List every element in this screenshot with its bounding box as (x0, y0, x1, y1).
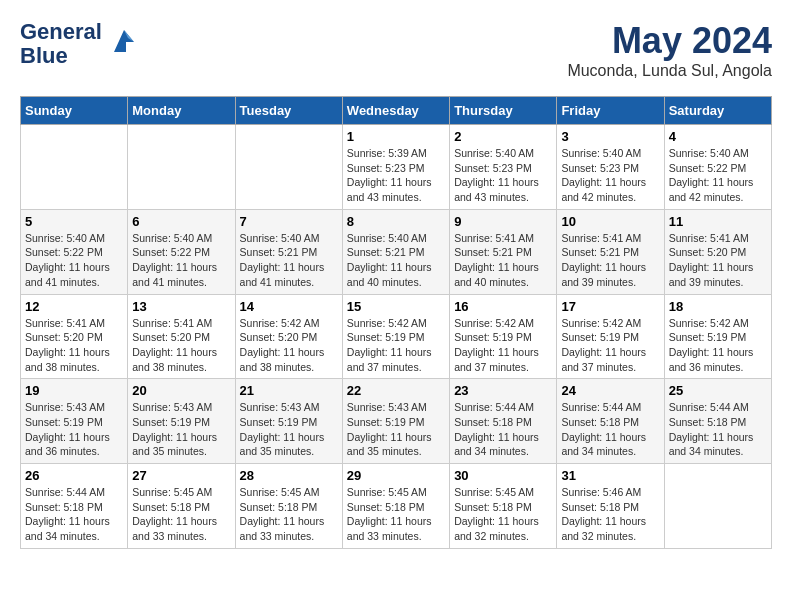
day-number: 23 (454, 383, 552, 398)
day-info: Sunrise: 5:42 AMSunset: 5:19 PMDaylight:… (454, 316, 552, 375)
day-info: Sunrise: 5:40 AMSunset: 5:22 PMDaylight:… (669, 146, 767, 205)
day-info: Sunrise: 5:41 AMSunset: 5:20 PMDaylight:… (669, 231, 767, 290)
weekday-header-sunday: Sunday (21, 97, 128, 125)
calendar-cell (128, 125, 235, 210)
calendar-cell: 23Sunrise: 5:44 AMSunset: 5:18 PMDayligh… (450, 379, 557, 464)
day-number: 20 (132, 383, 230, 398)
day-info: Sunrise: 5:42 AMSunset: 5:19 PMDaylight:… (347, 316, 445, 375)
title-block: May 2024 Muconda, Lunda Sul, Angola (567, 20, 772, 80)
day-number: 6 (132, 214, 230, 229)
calendar-week-3: 12Sunrise: 5:41 AMSunset: 5:20 PMDayligh… (21, 294, 772, 379)
day-info: Sunrise: 5:45 AMSunset: 5:18 PMDaylight:… (347, 485, 445, 544)
day-number: 13 (132, 299, 230, 314)
day-number: 29 (347, 468, 445, 483)
day-info: Sunrise: 5:44 AMSunset: 5:18 PMDaylight:… (25, 485, 123, 544)
day-info: Sunrise: 5:43 AMSunset: 5:19 PMDaylight:… (240, 400, 338, 459)
calendar-cell: 2Sunrise: 5:40 AMSunset: 5:23 PMDaylight… (450, 125, 557, 210)
calendar-cell: 21Sunrise: 5:43 AMSunset: 5:19 PMDayligh… (235, 379, 342, 464)
logo-icon (106, 24, 142, 60)
calendar-cell: 10Sunrise: 5:41 AMSunset: 5:21 PMDayligh… (557, 209, 664, 294)
weekday-header-wednesday: Wednesday (342, 97, 449, 125)
calendar-cell: 20Sunrise: 5:43 AMSunset: 5:19 PMDayligh… (128, 379, 235, 464)
calendar-cell: 28Sunrise: 5:45 AMSunset: 5:18 PMDayligh… (235, 464, 342, 549)
day-number: 12 (25, 299, 123, 314)
page-header: GeneralBlue May 2024 Muconda, Lunda Sul,… (20, 20, 772, 80)
day-info: Sunrise: 5:44 AMSunset: 5:18 PMDaylight:… (561, 400, 659, 459)
day-number: 27 (132, 468, 230, 483)
logo: GeneralBlue (20, 20, 142, 68)
calendar-cell: 8Sunrise: 5:40 AMSunset: 5:21 PMDaylight… (342, 209, 449, 294)
calendar-cell: 18Sunrise: 5:42 AMSunset: 5:19 PMDayligh… (664, 294, 771, 379)
weekday-header-monday: Monday (128, 97, 235, 125)
day-info: Sunrise: 5:40 AMSunset: 5:23 PMDaylight:… (454, 146, 552, 205)
day-number: 19 (25, 383, 123, 398)
calendar-cell: 24Sunrise: 5:44 AMSunset: 5:18 PMDayligh… (557, 379, 664, 464)
day-number: 30 (454, 468, 552, 483)
day-info: Sunrise: 5:40 AMSunset: 5:22 PMDaylight:… (132, 231, 230, 290)
day-info: Sunrise: 5:45 AMSunset: 5:18 PMDaylight:… (454, 485, 552, 544)
day-info: Sunrise: 5:40 AMSunset: 5:21 PMDaylight:… (347, 231, 445, 290)
day-number: 8 (347, 214, 445, 229)
day-number: 21 (240, 383, 338, 398)
day-info: Sunrise: 5:46 AMSunset: 5:18 PMDaylight:… (561, 485, 659, 544)
day-info: Sunrise: 5:43 AMSunset: 5:19 PMDaylight:… (25, 400, 123, 459)
calendar-cell: 13Sunrise: 5:41 AMSunset: 5:20 PMDayligh… (128, 294, 235, 379)
calendar-cell: 30Sunrise: 5:45 AMSunset: 5:18 PMDayligh… (450, 464, 557, 549)
calendar-cell: 25Sunrise: 5:44 AMSunset: 5:18 PMDayligh… (664, 379, 771, 464)
day-number: 4 (669, 129, 767, 144)
day-number: 7 (240, 214, 338, 229)
day-number: 10 (561, 214, 659, 229)
day-number: 24 (561, 383, 659, 398)
day-info: Sunrise: 5:42 AMSunset: 5:19 PMDaylight:… (561, 316, 659, 375)
day-number: 18 (669, 299, 767, 314)
calendar-cell: 22Sunrise: 5:43 AMSunset: 5:19 PMDayligh… (342, 379, 449, 464)
day-number: 1 (347, 129, 445, 144)
calendar-cell: 12Sunrise: 5:41 AMSunset: 5:20 PMDayligh… (21, 294, 128, 379)
svg-marker-0 (114, 30, 134, 52)
weekday-header-friday: Friday (557, 97, 664, 125)
day-number: 11 (669, 214, 767, 229)
day-info: Sunrise: 5:44 AMSunset: 5:18 PMDaylight:… (669, 400, 767, 459)
calendar-cell: 6Sunrise: 5:40 AMSunset: 5:22 PMDaylight… (128, 209, 235, 294)
day-info: Sunrise: 5:43 AMSunset: 5:19 PMDaylight:… (347, 400, 445, 459)
day-info: Sunrise: 5:40 AMSunset: 5:23 PMDaylight:… (561, 146, 659, 205)
day-info: Sunrise: 5:42 AMSunset: 5:19 PMDaylight:… (669, 316, 767, 375)
day-number: 17 (561, 299, 659, 314)
calendar-week-5: 26Sunrise: 5:44 AMSunset: 5:18 PMDayligh… (21, 464, 772, 549)
day-number: 15 (347, 299, 445, 314)
weekday-header-thursday: Thursday (450, 97, 557, 125)
day-number: 3 (561, 129, 659, 144)
day-info: Sunrise: 5:45 AMSunset: 5:18 PMDaylight:… (132, 485, 230, 544)
calendar-cell: 19Sunrise: 5:43 AMSunset: 5:19 PMDayligh… (21, 379, 128, 464)
calendar-cell: 31Sunrise: 5:46 AMSunset: 5:18 PMDayligh… (557, 464, 664, 549)
day-number: 22 (347, 383, 445, 398)
calendar-cell (21, 125, 128, 210)
day-info: Sunrise: 5:40 AMSunset: 5:21 PMDaylight:… (240, 231, 338, 290)
calendar-cell: 11Sunrise: 5:41 AMSunset: 5:20 PMDayligh… (664, 209, 771, 294)
calendar-cell: 5Sunrise: 5:40 AMSunset: 5:22 PMDaylight… (21, 209, 128, 294)
calendar-cell: 27Sunrise: 5:45 AMSunset: 5:18 PMDayligh… (128, 464, 235, 549)
calendar-body: 1Sunrise: 5:39 AMSunset: 5:23 PMDaylight… (21, 125, 772, 549)
day-number: 31 (561, 468, 659, 483)
day-number: 16 (454, 299, 552, 314)
calendar-cell: 7Sunrise: 5:40 AMSunset: 5:21 PMDaylight… (235, 209, 342, 294)
calendar-cell: 9Sunrise: 5:41 AMSunset: 5:21 PMDaylight… (450, 209, 557, 294)
calendar-cell: 4Sunrise: 5:40 AMSunset: 5:22 PMDaylight… (664, 125, 771, 210)
calendar-week-1: 1Sunrise: 5:39 AMSunset: 5:23 PMDaylight… (21, 125, 772, 210)
calendar-week-4: 19Sunrise: 5:43 AMSunset: 5:19 PMDayligh… (21, 379, 772, 464)
day-number: 28 (240, 468, 338, 483)
weekday-header-tuesday: Tuesday (235, 97, 342, 125)
calendar-cell (664, 464, 771, 549)
day-number: 14 (240, 299, 338, 314)
day-info: Sunrise: 5:43 AMSunset: 5:19 PMDaylight:… (132, 400, 230, 459)
calendar-cell: 17Sunrise: 5:42 AMSunset: 5:19 PMDayligh… (557, 294, 664, 379)
logo-text: GeneralBlue (20, 20, 102, 68)
calendar-cell: 3Sunrise: 5:40 AMSunset: 5:23 PMDaylight… (557, 125, 664, 210)
calendar-cell: 29Sunrise: 5:45 AMSunset: 5:18 PMDayligh… (342, 464, 449, 549)
calendar-cell (235, 125, 342, 210)
calendar-cell: 14Sunrise: 5:42 AMSunset: 5:20 PMDayligh… (235, 294, 342, 379)
day-number: 9 (454, 214, 552, 229)
calendar-week-2: 5Sunrise: 5:40 AMSunset: 5:22 PMDaylight… (21, 209, 772, 294)
calendar-cell: 15Sunrise: 5:42 AMSunset: 5:19 PMDayligh… (342, 294, 449, 379)
day-number: 5 (25, 214, 123, 229)
